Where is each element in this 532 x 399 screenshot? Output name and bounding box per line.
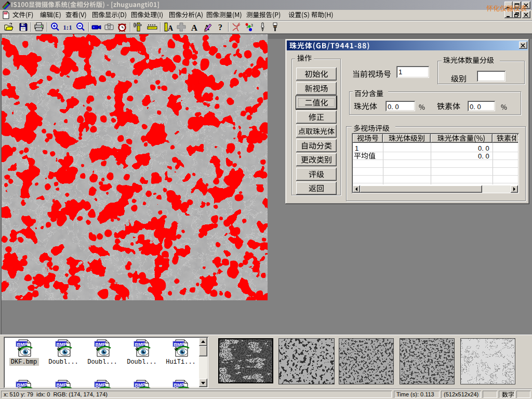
svg-text:1: 1 [246,25,248,29]
svg-text:1:1: 1:1 [63,23,72,31]
svg-text:A: A [191,23,198,32]
svg-text:DOC: DOC [4,12,9,15]
svg-text:3: 3 [251,23,253,27]
svg-text:A: A [168,24,174,32]
svg-text:?: ? [218,23,222,32]
